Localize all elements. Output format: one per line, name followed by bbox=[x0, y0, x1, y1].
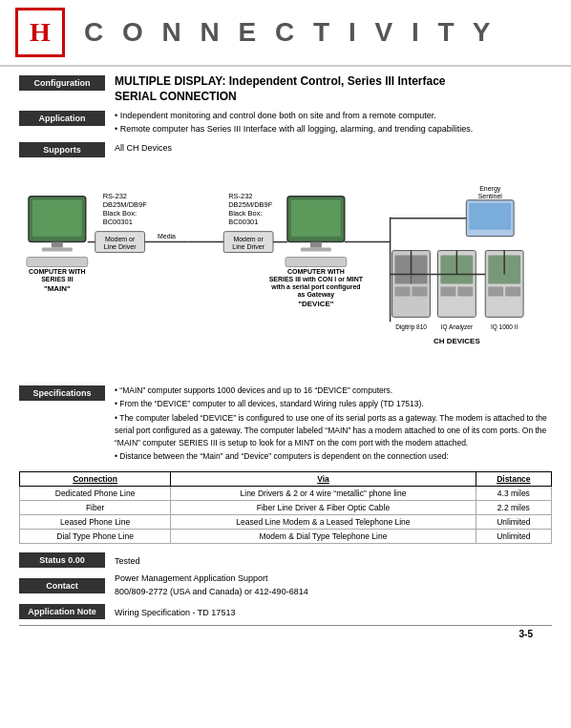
table-cell: Line Drivers & 2 or 4 wire “metallic” ph… bbox=[171, 487, 476, 501]
main-content: Configuration MULTIPLE DISPLAY: Independ… bbox=[0, 67, 571, 649]
svg-rect-29 bbox=[310, 242, 322, 248]
app-note-label: Application Note bbox=[19, 604, 105, 619]
svg-rect-52 bbox=[457, 287, 473, 297]
app-line2: Remote computer has Series III Interface… bbox=[115, 123, 473, 136]
svg-text:"DEVICE": "DEVICE" bbox=[298, 301, 333, 309]
table-cell: 4.3 miles bbox=[476, 487, 551, 501]
header-title: C O N N E C T I V I T Y bbox=[84, 17, 497, 48]
table-cell: 2.2 miles bbox=[476, 501, 551, 515]
footer: 3-5 bbox=[19, 625, 552, 639]
svg-rect-40 bbox=[469, 203, 511, 230]
contact-row: Contact Power Management Application Sup… bbox=[19, 572, 552, 598]
application-row: Application Independent monitoring and c… bbox=[19, 110, 552, 135]
table-row: Dial Type Phone LineModem & Dial Type Te… bbox=[20, 530, 552, 544]
svg-text:CH DEVICES: CH DEVICES bbox=[434, 337, 480, 345]
contact-line1: Power Management Application Support bbox=[115, 572, 308, 586]
specifications-label: Specifications bbox=[19, 385, 105, 401]
svg-text:Energy: Energy bbox=[479, 185, 501, 193]
svg-text:Black Box:: Black Box: bbox=[228, 209, 262, 218]
table-cell: Fiber bbox=[20, 501, 171, 515]
config-title-line2: SERIAL CONNECTION bbox=[115, 90, 446, 105]
table-row: Dedicated Phone LineLine Drivers & 2 or … bbox=[20, 487, 552, 501]
svg-rect-2 bbox=[52, 242, 63, 248]
svg-text:DB25M/DB9F: DB25M/DB9F bbox=[228, 200, 273, 209]
header: H C O N N E C T I V I T Y bbox=[0, 0, 571, 67]
table-cell: Leased Phone Line bbox=[20, 515, 171, 530]
contact-line2: 800/809-2772 (USA and Canada) or 412-490… bbox=[115, 586, 308, 599]
app-note-row: Application Note Wiring Specification - … bbox=[19, 603, 552, 619]
svg-rect-30 bbox=[301, 248, 331, 252]
table-cell: Unlimited bbox=[476, 515, 551, 530]
table-cell: Fiber Line Driver & Fiber Optic Cable bbox=[171, 501, 476, 515]
svg-text:Modem or: Modem or bbox=[105, 236, 136, 242]
application-text: Independent monitoring and control done … bbox=[115, 110, 473, 135]
svg-text:IQ 1000 II: IQ 1000 II bbox=[491, 323, 518, 331]
svg-text:Media: Media bbox=[158, 233, 176, 239]
svg-rect-47 bbox=[412, 287, 428, 297]
page-number: 3-5 bbox=[519, 629, 533, 639]
spec-line-2: From the “DEVICE” computer to all device… bbox=[115, 398, 552, 410]
svg-text:"MAIN": "MAIN" bbox=[44, 285, 71, 294]
logo-box: H bbox=[15, 8, 65, 57]
spec-line-4: Distance between the “Main” and “Device”… bbox=[115, 450, 552, 463]
svg-text:Black Box:: Black Box: bbox=[103, 209, 137, 218]
diagram-svg: COMPUTER WITH SERIES III "MAIN" RS-232 D… bbox=[19, 167, 552, 377]
svg-rect-4 bbox=[27, 258, 88, 267]
connection-table: Connection Via Distance Dedicated Phone … bbox=[19, 471, 552, 544]
configuration-row: Configuration MULTIPLE DISPLAY: Independ… bbox=[19, 74, 552, 104]
svg-text:SERIES III: SERIES III bbox=[41, 277, 73, 283]
svg-text:Digitrip 810: Digitrip 810 bbox=[395, 323, 427, 331]
contact-label: Contact bbox=[19, 578, 105, 593]
svg-rect-28 bbox=[291, 200, 341, 237]
svg-text:BC00301: BC00301 bbox=[103, 218, 133, 226]
svg-text:as Gateway: as Gateway bbox=[298, 292, 334, 300]
application-label: Application bbox=[19, 111, 105, 126]
svg-text:Line Driver: Line Driver bbox=[104, 243, 137, 250]
spec-line-3: The computer labeled “DEVICE” is configu… bbox=[115, 412, 552, 450]
supports-row: Supports All CH Devices bbox=[19, 141, 552, 157]
svg-text:IQ Analyzer: IQ Analyzer bbox=[441, 323, 474, 331]
svg-text:COMPUTER WITH: COMPUTER WITH bbox=[287, 269, 345, 276]
app-note-text: Wiring Specification - TD 17513 bbox=[115, 606, 235, 617]
svg-text:RS-232: RS-232 bbox=[228, 192, 252, 200]
diagram-area: COMPUTER WITH SERIES III "MAIN" RS-232 D… bbox=[19, 167, 552, 377]
svg-rect-3 bbox=[42, 248, 73, 252]
table-cell: Modem & Dial Type Telephone Line bbox=[171, 530, 476, 544]
table-cell: Dedicated Phone Line bbox=[20, 487, 171, 501]
svg-text:with a serial port configured: with a serial port configured bbox=[270, 284, 360, 292]
table-cell: Leased Line Modem & a Leased Telephone L… bbox=[171, 515, 476, 530]
svg-rect-1 bbox=[32, 200, 82, 237]
col-header-connection: Connection bbox=[20, 472, 171, 487]
svg-text:Modem or: Modem or bbox=[233, 236, 264, 242]
svg-text:RS-232: RS-232 bbox=[103, 192, 127, 200]
svg-text:BC00301: BC00301 bbox=[228, 218, 258, 226]
svg-text:SERIES III with CON I or MINT: SERIES III with CON I or MINT bbox=[269, 277, 364, 283]
specifications-text: “MAIN” computer supports 1000 devices an… bbox=[115, 385, 552, 464]
svg-text:Line Driver: Line Driver bbox=[232, 243, 264, 250]
supports-label: Supports bbox=[19, 142, 105, 157]
svg-text:DB25M/DB9F: DB25M/DB9F bbox=[103, 200, 148, 209]
config-title-line1: MULTIPLE DISPLAY: Independent Control, S… bbox=[115, 74, 446, 90]
app-line1: Independent monitoring and control done … bbox=[115, 110, 473, 123]
table-row: Leased Phone LineLeased Line Modem & a L… bbox=[20, 515, 552, 530]
status-text: Tested bbox=[115, 554, 140, 566]
logo-letter: H bbox=[30, 17, 51, 48]
specifications-row: Specifications “MAIN” computer supports … bbox=[19, 385, 552, 464]
status-row: Status 0.00 Tested bbox=[19, 551, 552, 568]
bottom-section: Status 0.00 Tested Contact Power Managem… bbox=[19, 551, 552, 619]
status-label: Status 0.00 bbox=[19, 552, 105, 568]
table-row: FiberFiber Line Driver & Fiber Optic Cab… bbox=[20, 501, 552, 515]
supports-text: All CH Devices bbox=[115, 141, 172, 153]
table-cell: Unlimited bbox=[476, 530, 551, 544]
spec-line-1: “MAIN” computer supports 1000 devices an… bbox=[115, 385, 552, 397]
table-cell: Dial Type Phone Line bbox=[20, 530, 171, 544]
contact-text: Power Management Application Support 800… bbox=[115, 572, 308, 598]
configuration-title: MULTIPLE DISPLAY: Independent Control, S… bbox=[115, 74, 446, 104]
svg-rect-46 bbox=[395, 287, 411, 297]
col-header-via: Via bbox=[171, 472, 476, 487]
svg-rect-56 bbox=[488, 287, 503, 297]
col-header-distance: Distance bbox=[476, 472, 551, 487]
svg-rect-57 bbox=[505, 287, 520, 297]
svg-text:Sentinel: Sentinel bbox=[478, 193, 503, 199]
svg-text:COMPUTER WITH: COMPUTER WITH bbox=[29, 269, 86, 276]
